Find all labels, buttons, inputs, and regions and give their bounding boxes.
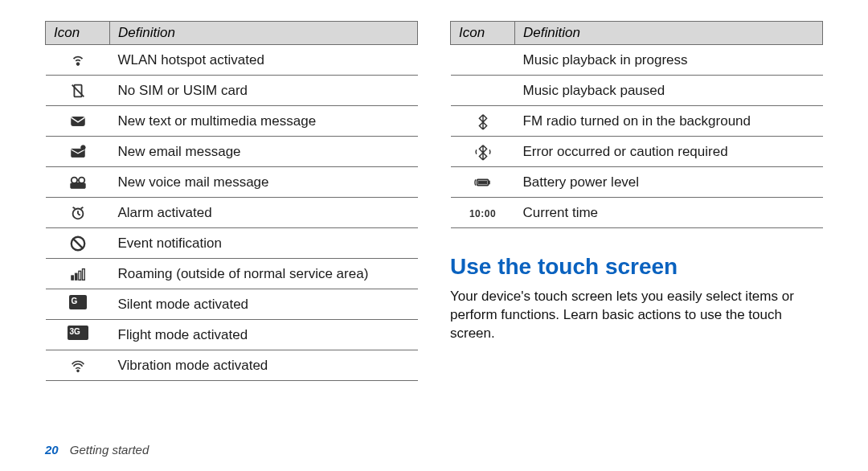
table-row: Silent mode activated [46, 289, 418, 320]
table-row: Alarm activated [46, 198, 418, 228]
definition-cell: Battery power level [515, 167, 823, 198]
footer-section-name: Getting started [70, 443, 149, 457]
svg-point-21 [76, 370, 79, 372]
vibration-mode-icon [69, 357, 87, 375]
table-header-definition: Definition [110, 22, 418, 45]
svg-point-5 [80, 145, 85, 149]
svg-rect-6 [70, 182, 84, 187]
svg-point-0 [76, 62, 80, 65]
page-columns: Icon Definition WLAN hotspot activated [45, 21, 823, 381]
error-caution-icon [474, 143, 492, 161]
table-row: Roaming (outside of normal service area) [46, 259, 418, 289]
svg-rect-27 [478, 181, 486, 184]
table-row: New text or multimedia message [46, 106, 418, 137]
no-sim-icon [69, 82, 87, 100]
clock-time-text: 10:00 [469, 208, 496, 219]
definition-cell: FM radio turned on in the background [515, 106, 823, 137]
table-row: 10:00 Current time [451, 198, 823, 228]
svg-rect-18 [75, 273, 77, 280]
definition-cell: New email message [110, 137, 418, 167]
definition-cell: New text or multimedia message [110, 106, 418, 137]
definition-cell: No SIM or USIM card [110, 76, 418, 106]
table-row: New email message [46, 137, 418, 167]
left-column: Icon Definition WLAN hotspot activated [45, 21, 418, 381]
table-row: Music playback paused [451, 76, 823, 106]
svg-line-16 [72, 238, 83, 248]
silent-mode-icon [69, 295, 87, 309]
flight-mode-icon [68, 326, 88, 340]
svg-rect-17 [71, 275, 73, 280]
battery-level-icon [474, 174, 492, 191]
svg-rect-20 [82, 268, 84, 280]
table-row: Event notification [46, 228, 418, 259]
wlan-hotspot-icon [69, 51, 87, 69]
table-row: New voice mail message [46, 167, 418, 198]
table-row: Flight mode activated [46, 320, 418, 350]
definition-cell: Alarm activated [110, 198, 418, 228]
svg-rect-19 [78, 271, 80, 280]
definition-cell: Vibration mode activated [110, 350, 418, 381]
fm-radio-icon [474, 113, 492, 130]
definition-cell: Music playback paused [515, 76, 823, 106]
right-icon-table: Icon Definition Music playback in progre… [450, 21, 823, 228]
voicemail-icon [69, 174, 87, 191]
definition-cell: WLAN hotspot activated [110, 45, 418, 76]
definition-cell: Current time [515, 198, 823, 228]
table-header-icon: Icon [46, 22, 110, 45]
section-body: Your device's touch screen lets you easi… [450, 288, 823, 343]
svg-line-14 [80, 207, 83, 208]
svg-point-7 [71, 177, 76, 182]
new-message-icon [69, 113, 87, 130]
svg-line-13 [72, 207, 75, 208]
definition-cell: Silent mode activated [110, 289, 418, 320]
definition-cell: Error occurred or caution required [515, 137, 823, 167]
definition-cell: Flight mode activated [110, 320, 418, 350]
table-row: Battery power level [451, 167, 823, 198]
table-header-icon: Icon [451, 22, 515, 45]
svg-line-12 [78, 213, 80, 215]
definition-cell: Event notification [110, 228, 418, 259]
table-row: Error occurred or caution required [451, 137, 823, 167]
alarm-icon [69, 204, 87, 222]
new-email-icon [69, 143, 87, 161]
table-row: Vibration mode activated [46, 350, 418, 381]
definition-cell: Roaming (outside of normal service area) [110, 259, 418, 289]
right-column: Icon Definition Music playback in progre… [450, 21, 823, 381]
page-footer: 20 Getting started [45, 443, 149, 457]
table-row: WLAN hotspot activated [46, 45, 418, 76]
page-number: 20 [45, 443, 59, 457]
table-row: FM radio turned on in the background [451, 106, 823, 137]
event-notification-icon [69, 235, 87, 252]
roaming-icon [69, 265, 87, 283]
definition-cell: Music playback in progress [515, 45, 823, 76]
definition-cell: New voice mail message [110, 167, 418, 198]
left-icon-table: Icon Definition WLAN hotspot activated [45, 21, 418, 381]
table-header-definition: Definition [515, 22, 823, 45]
table-row: No SIM or USIM card [46, 76, 418, 106]
table-row: Music playback in progress [451, 45, 823, 76]
section-heading: Use the touch screen [450, 254, 823, 280]
svg-point-8 [78, 177, 84, 182]
svg-rect-26 [488, 181, 489, 184]
svg-rect-3 [71, 117, 84, 125]
